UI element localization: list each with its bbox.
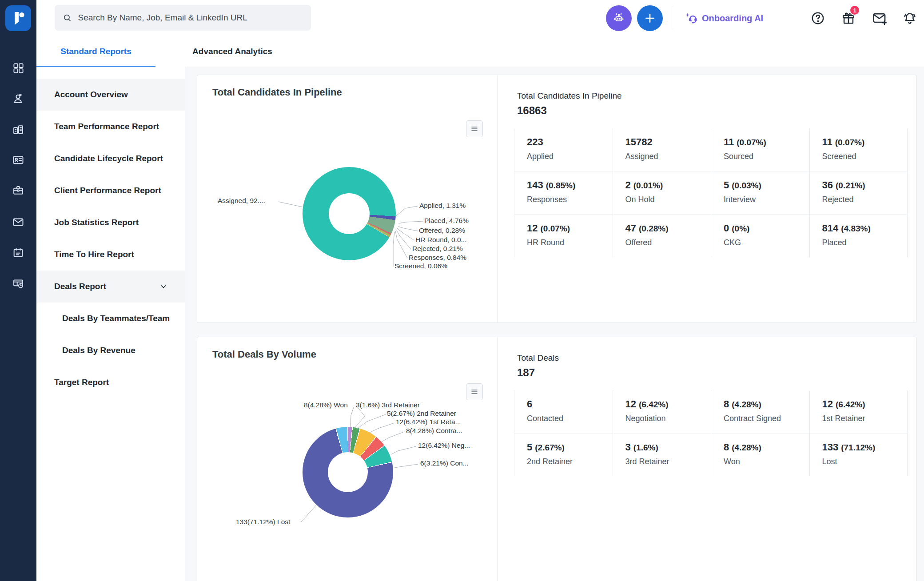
stat-1st-retainer: 12(6.42%)1st Retainer xyxy=(809,390,908,433)
slice-label-assigned: Assigned, 92.... xyxy=(218,197,265,205)
robot-icon xyxy=(612,11,626,25)
sidebar-item-account-overview[interactable]: Account Overview xyxy=(36,79,185,111)
sidebar-item-candidate-lifecycle[interactable]: Candidate Lifecycle Report xyxy=(36,143,185,175)
global-search[interactable] xyxy=(55,5,311,31)
notifications-button[interactable] xyxy=(900,8,920,28)
top-bar: Onboarding AI 1 xyxy=(36,0,924,37)
stat-won: 8(4.28%)Won xyxy=(711,434,809,476)
deals-chart-section: Total Deals By Volume 8(4.28%) Won 3(1.6 xyxy=(197,337,497,581)
donut-hole xyxy=(328,452,368,492)
stat-hr-round: 12(0.07%)HR Round xyxy=(514,215,613,257)
slice-label-hr-round: HR Round, 0.0... xyxy=(415,236,466,244)
companies-icon[interactable] xyxy=(8,119,29,140)
search-input[interactable] xyxy=(77,12,303,23)
sidebar-item-deals-report[interactable]: Deals Report xyxy=(36,271,185,302)
main-content: Total Candidates In Pipeline Assigned, 9… xyxy=(185,67,924,581)
calendar-icon[interactable] xyxy=(8,242,29,263)
stat-lost: 133(71.12%)Lost xyxy=(809,434,908,476)
stat-contacted: 6Contacted xyxy=(514,390,613,433)
slice-label-contract-signed: 8(4.28%) Contra... xyxy=(406,427,462,435)
deals-report-label: Deals Report xyxy=(54,282,106,291)
reports-sidebar: Account Overview Team Performance Report… xyxy=(36,67,185,581)
chevron-down-icon xyxy=(160,283,167,290)
plus-icon xyxy=(644,12,656,24)
slice-label-1st-retainer: 12(6.42%) 1st Reta... xyxy=(396,418,461,426)
bell-icon xyxy=(902,11,917,26)
stat-assigned: 15782Assigned xyxy=(613,128,711,171)
recruiterflow-logo[interactable] xyxy=(5,5,31,31)
slice-label-3rd-retainer: 3(1.6%) 3rd Retainer xyxy=(356,401,420,409)
sidebar-item-deals-by-teammates[interactable]: Deals By Teammates/Team xyxy=(36,302,185,334)
pipeline-summary-value: 16863 xyxy=(517,104,916,117)
app-root: Onboarding AI 1 Standard Reports Advance… xyxy=(0,0,924,581)
stat-contract-signed: 8(4.28%)Contract Signed xyxy=(711,390,809,433)
help-icon xyxy=(810,11,825,26)
slice-label-placed: Placed, 4.76% xyxy=(424,217,469,225)
stat-on-hold: 2(0.01%)On Hold xyxy=(613,171,711,214)
reports-tabs: Standard Reports Advanced Analytics xyxy=(36,36,924,67)
mail-plus-icon xyxy=(872,10,888,26)
search-icon xyxy=(63,13,72,23)
deals-chart-menu-button[interactable] xyxy=(466,383,483,400)
gift-badge: 1 xyxy=(849,5,860,16)
contacts-icon[interactable] xyxy=(8,149,29,171)
stat-responses: 143(0.85%)Responses xyxy=(514,171,613,214)
stat-placed: 814(4.83%)Placed xyxy=(809,215,908,257)
onboarding-ai-label: Onboarding AI xyxy=(702,13,763,24)
candidates-icon[interactable] xyxy=(8,88,29,109)
deals-chart-title: Total Deals By Volume xyxy=(212,349,316,360)
ai-assistant-button[interactable] xyxy=(606,5,632,31)
deals-card: Total Deals By Volume 8(4.28%) Won 3(1.6 xyxy=(197,337,917,581)
tab-advanced-analytics[interactable]: Advanced Analytics xyxy=(171,36,293,67)
slice-label-rejected: Rejected, 0.21% xyxy=(412,245,463,253)
sidebar-item-team-performance[interactable]: Team Performance Report xyxy=(36,111,185,143)
mail-button[interactable] xyxy=(870,8,889,28)
sidebar-item-deals-by-revenue[interactable]: Deals By Revenue xyxy=(36,334,185,366)
stat-sourced: 11(0.07%)Sourced xyxy=(711,128,809,171)
stat-screened: 11(0.07%)Screened xyxy=(809,128,908,171)
slice-label-contacted: 6(3.21%) Con... xyxy=(420,459,469,467)
pipeline-summary-label: Total Candidates In Pipeline xyxy=(517,91,916,101)
stat-rejected: 36(0.21%)Rejected xyxy=(809,171,908,214)
slice-label-2nd-retainer: 5(2.67%) 2nd Retainer xyxy=(387,410,456,418)
pipeline-stats-grid: 223Applied 15782Assigned 11(0.07%)Source… xyxy=(514,128,908,257)
pipeline-chart-menu-button[interactable] xyxy=(466,120,483,137)
jobs-icon[interactable] xyxy=(8,179,29,201)
slice-label-responses: Responses, 0.84% xyxy=(409,254,466,262)
stat-interview: 5(0.03%)Interview xyxy=(711,171,809,214)
pipeline-donut-chart[interactable] xyxy=(303,167,396,260)
pipeline-chart-title: Total Candidates In Pipeline xyxy=(212,87,342,98)
reports-icon[interactable] xyxy=(8,273,29,294)
stat-ckg: 0(0%)CKG xyxy=(711,215,809,257)
deals-summary-value: 187 xyxy=(517,366,916,379)
email-icon[interactable] xyxy=(8,211,29,233)
sidebar-item-client-performance[interactable]: Client Performance Report xyxy=(36,175,185,207)
slice-label-negotiation: 12(6.42%) Neg... xyxy=(418,442,470,450)
gifts-button[interactable]: 1 xyxy=(839,8,858,28)
deals-stats-section: Total Deals 187 6Contacted 12(6.42%)Nego… xyxy=(498,337,916,581)
stat-2nd-retainer: 5(2.67%)2nd Retainer xyxy=(514,434,613,476)
tab-standard-reports[interactable]: Standard Reports xyxy=(36,36,155,67)
stat-offered: 47(0.28%)Offered xyxy=(613,215,711,257)
onboarding-ai-icon xyxy=(684,12,697,25)
hamburger-icon xyxy=(471,125,478,132)
hamburger-icon xyxy=(471,388,478,395)
help-button[interactable] xyxy=(808,8,828,28)
sidebar-item-job-statistics[interactable]: Job Statistics Report xyxy=(36,207,185,239)
stat-applied: 223Applied xyxy=(514,128,613,171)
deals-donut-chart[interactable] xyxy=(303,427,393,517)
pipeline-chart-section: Total Candidates In Pipeline Assigned, 9… xyxy=(197,75,497,322)
pipeline-stats-section: Total Candidates In Pipeline 16863 223Ap… xyxy=(498,75,916,322)
sidebar-item-time-to-hire[interactable]: Time To Hire Report xyxy=(36,239,185,271)
onboarding-ai-link[interactable]: Onboarding AI xyxy=(684,0,763,36)
add-button[interactable] xyxy=(637,5,663,31)
topbar-divider xyxy=(672,6,672,30)
slice-label-lost: 133(71.12%) Lost xyxy=(236,518,290,526)
pipeline-card: Total Candidates In Pipeline Assigned, 9… xyxy=(197,75,917,323)
nav-rail xyxy=(0,0,36,581)
slice-label-applied: Applied, 1.31% xyxy=(419,202,466,210)
slice-label-screened: Screened, 0.06% xyxy=(394,262,447,270)
sidebar-item-target-report[interactable]: Target Report xyxy=(36,366,185,398)
stat-3rd-retainer: 3(1.6%)3rd Retainer xyxy=(613,434,711,476)
dashboard-icon[interactable] xyxy=(8,57,29,79)
